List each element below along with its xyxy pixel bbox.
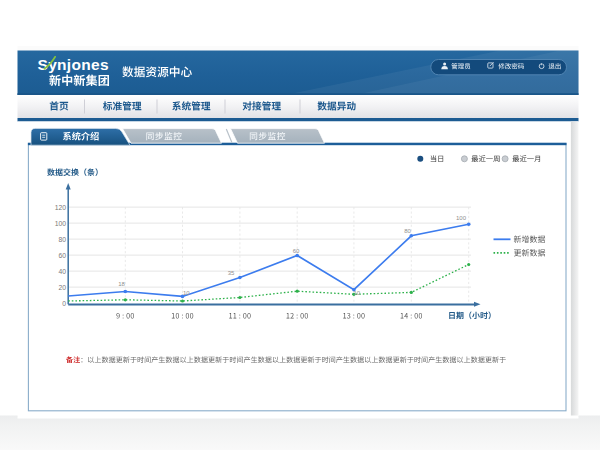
svg-text:10: 10 [353,290,360,296]
svg-text:35: 35 [228,270,235,276]
svg-text:100: 100 [456,215,467,221]
svg-text:120: 120 [55,204,67,211]
svg-text:80: 80 [404,228,411,234]
svg-text:80: 80 [58,236,66,243]
svg-text:100: 100 [55,220,67,227]
svg-text:60: 60 [293,248,300,254]
svg-text:10: 10 [183,290,190,296]
svg-text:20: 20 [58,284,66,291]
svg-text:Synjones: Synjones [38,56,109,73]
svg-text:18: 18 [118,281,125,287]
svg-text:0: 0 [62,300,66,307]
svg-text:60: 60 [58,252,66,259]
svg-text:40: 40 [58,268,66,275]
